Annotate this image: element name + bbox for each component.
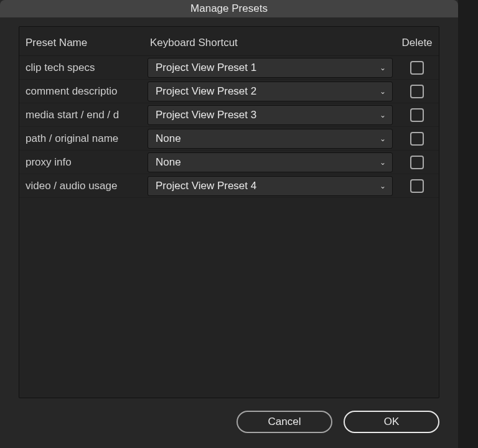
dialog-title: Manage Presets bbox=[190, 2, 268, 15]
shortcut-cell: Project View Preset 4 ⌄ bbox=[148, 176, 395, 196]
dropdown-selected-label: None bbox=[156, 156, 181, 169]
table-rows: clip tech specs Project View Preset 1 ⌄ … bbox=[19, 56, 439, 198]
table-row: comment descriptio Project View Preset 2… bbox=[19, 80, 439, 103]
shortcut-cell: Project View Preset 3 ⌄ bbox=[148, 105, 395, 125]
delete-cell bbox=[395, 132, 439, 146]
ok-button[interactable]: OK bbox=[344, 411, 439, 433]
table-row: proxy info None ⌄ bbox=[19, 151, 439, 174]
column-header-preset-name: Preset Name bbox=[19, 37, 148, 49]
delete-cell bbox=[395, 156, 439, 169]
delete-checkbox[interactable] bbox=[410, 179, 424, 193]
shortcut-dropdown[interactable]: Project View Preset 3 ⌄ bbox=[148, 105, 393, 125]
delete-cell bbox=[395, 85, 439, 98]
dropdown-selected-label: Project View Preset 2 bbox=[156, 85, 256, 98]
button-label: Cancel bbox=[268, 416, 301, 428]
cancel-button[interactable]: Cancel bbox=[237, 411, 332, 433]
shortcut-cell: Project View Preset 2 ⌄ bbox=[148, 82, 395, 101]
titlebar: Manage Presets bbox=[0, 0, 458, 17]
shortcut-dropdown[interactable]: Project View Preset 2 ⌄ bbox=[148, 82, 393, 101]
chevron-down-icon: ⌄ bbox=[380, 111, 386, 119]
table-row: media start / end / d Project View Prese… bbox=[19, 103, 439, 127]
chevron-down-icon: ⌄ bbox=[380, 63, 386, 72]
table-row: video / audio usage Project View Preset … bbox=[19, 174, 439, 198]
dropdown-selected-label: Project View Preset 3 bbox=[156, 109, 256, 121]
preset-name-cell: media start / end / d bbox=[19, 109, 148, 121]
shortcut-dropdown[interactable]: Project View Preset 1 ⌄ bbox=[148, 58, 393, 78]
dialog-body: Preset Name Keyboard Shortcut Delete cli… bbox=[0, 19, 458, 448]
manage-presets-dialog: Manage Presets Preset Name Keyboard Shor… bbox=[0, 0, 458, 448]
delete-checkbox[interactable] bbox=[410, 132, 424, 146]
shortcut-cell: Project View Preset 1 ⌄ bbox=[148, 58, 395, 78]
dropdown-selected-label: Project View Preset 4 bbox=[156, 180, 256, 192]
dropdown-selected-label: Project View Preset 1 bbox=[156, 62, 256, 74]
delete-cell bbox=[395, 179, 439, 193]
preset-name-cell: video / audio usage bbox=[19, 180, 148, 192]
delete-checkbox[interactable] bbox=[410, 61, 424, 75]
delete-checkbox[interactable] bbox=[410, 108, 424, 122]
dialog-button-row: Cancel OK bbox=[19, 398, 439, 448]
shortcut-cell: None ⌄ bbox=[148, 129, 395, 149]
column-header-keyboard-shortcut: Keyboard Shortcut bbox=[148, 37, 395, 49]
preset-name-cell: clip tech specs bbox=[19, 62, 148, 74]
table-header-row: Preset Name Keyboard Shortcut Delete bbox=[19, 27, 439, 56]
chevron-down-icon: ⌄ bbox=[380, 134, 386, 143]
chevron-down-icon: ⌄ bbox=[380, 87, 386, 96]
delete-cell bbox=[395, 61, 439, 75]
delete-cell bbox=[395, 108, 439, 122]
shortcut-dropdown[interactable]: None ⌄ bbox=[148, 152, 393, 172]
chevron-down-icon: ⌄ bbox=[380, 182, 386, 190]
table-row: path / original name None ⌄ bbox=[19, 127, 439, 151]
shortcut-cell: None ⌄ bbox=[148, 152, 395, 172]
preset-name-cell: comment descriptio bbox=[19, 85, 148, 98]
delete-checkbox[interactable] bbox=[410, 85, 424, 98]
shortcut-dropdown[interactable]: None ⌄ bbox=[148, 129, 393, 149]
column-header-delete: Delete bbox=[395, 37, 439, 49]
dropdown-selected-label: None bbox=[156, 133, 181, 145]
delete-checkbox[interactable] bbox=[410, 156, 424, 169]
button-label: OK bbox=[384, 416, 400, 428]
presets-table: Preset Name Keyboard Shortcut Delete cli… bbox=[19, 26, 439, 398]
chevron-down-icon: ⌄ bbox=[380, 158, 386, 167]
table-row: clip tech specs Project View Preset 1 ⌄ bbox=[19, 56, 439, 80]
preset-name-cell: path / original name bbox=[19, 133, 148, 145]
shortcut-dropdown[interactable]: Project View Preset 4 ⌄ bbox=[148, 176, 393, 196]
preset-name-cell: proxy info bbox=[19, 156, 148, 169]
